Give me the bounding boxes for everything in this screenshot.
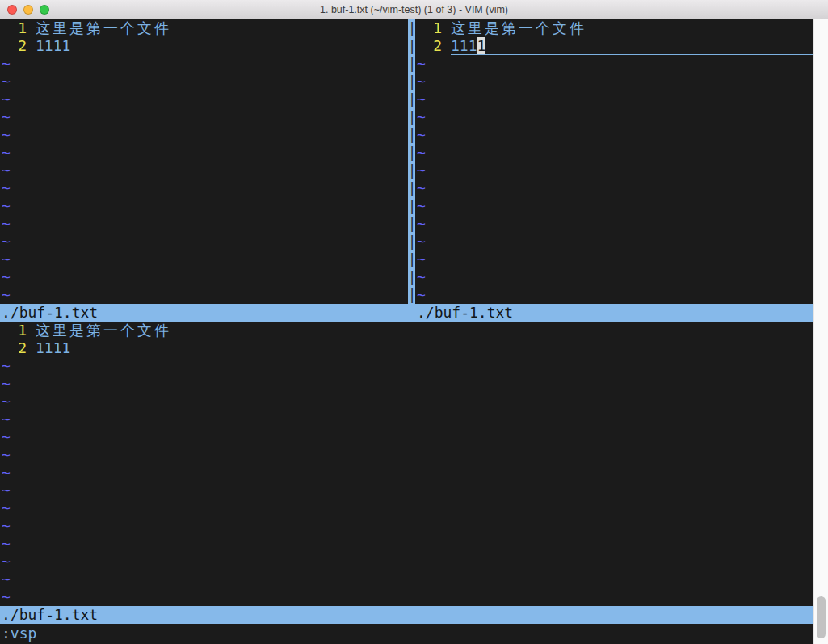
empty-line: ~: [0, 410, 813, 428]
scrollbar-track[interactable]: [813, 19, 828, 644]
tilde-marker: ~: [0, 179, 11, 197]
tilde-marker: ~: [415, 90, 426, 108]
buffer-line: 21111: [0, 37, 408, 55]
command-prompt: :: [2, 625, 11, 642]
tilde-marker: ~: [415, 108, 426, 126]
empty-line: ~: [0, 464, 813, 482]
statusline-bottom[interactable]: ./buf-1.txt: [0, 606, 813, 624]
empty-line: ~: [0, 197, 408, 215]
tilde-marker: ~: [0, 73, 11, 90]
empty-line: ~: [0, 446, 813, 464]
separator-cell: |: [408, 108, 415, 126]
empty-line: ~: [415, 286, 813, 304]
empty-line: ~: [0, 215, 408, 233]
tilde-marker: ~: [0, 126, 11, 144]
macvim-window: 1. buf-1.txt (~/vim-test) (1 of 3) - VIM…: [0, 0, 828, 644]
line-number: 2: [415, 37, 442, 55]
tilde-marker: ~: [415, 233, 426, 250]
command-text: vsp: [11, 625, 37, 642]
separator-cell: |: [408, 73, 415, 90]
tilde-marker: ~: [415, 73, 426, 90]
buffer-line: 21111: [415, 37, 813, 55]
line-text: 这里是第一个文件: [451, 19, 813, 37]
buffer-line: 1这里是第一个文件: [0, 19, 408, 37]
empty-line: ~: [0, 393, 813, 410]
empty-line: ~: [0, 499, 813, 517]
separator-cell: |: [408, 286, 415, 304]
line-number: 1: [415, 19, 442, 37]
bottom-window[interactable]: 1这里是第一个文件21111~~~~~~~~~~~~~~: [0, 322, 813, 606]
empty-line: ~: [415, 233, 813, 250]
statusline-bottom-label: ./buf-1.txt: [2, 606, 98, 624]
empty-line: ~: [0, 179, 408, 197]
tilde-marker: ~: [0, 517, 11, 535]
tilde-marker: ~: [0, 499, 11, 517]
tilde-marker: ~: [0, 446, 11, 464]
window-titlebar[interactable]: 1. buf-1.txt (~/vim-test) (1 of 3) - VIM…: [0, 0, 828, 19]
tilde-marker: ~: [415, 215, 426, 233]
empty-line: ~: [415, 162, 813, 179]
empty-line: ~: [415, 179, 813, 197]
tilde-marker: ~: [0, 375, 11, 393]
command-line[interactable]: :vsp: [0, 624, 813, 644]
empty-line: ~: [0, 357, 813, 375]
separator-cell: |: [408, 19, 415, 37]
tilde-marker: ~: [415, 144, 426, 162]
traffic-light-minimize[interactable]: [23, 5, 33, 15]
empty-line: ~: [0, 286, 408, 304]
statusline-top[interactable]: ./buf-1.txt ./buf-1.txt: [0, 304, 813, 322]
empty-line: ~: [0, 144, 408, 162]
traffic-light-zoom[interactable]: [40, 5, 49, 15]
empty-line: ~: [0, 268, 408, 286]
buffer-line: 21111: [0, 339, 813, 357]
empty-line: ~: [0, 162, 408, 179]
empty-line: ~: [0, 108, 408, 126]
traffic-light-close[interactable]: [7, 5, 17, 15]
empty-line: ~: [415, 90, 813, 108]
separator-cell: |: [408, 233, 415, 250]
statusline-top-right-label: ./buf-1.txt: [417, 304, 513, 322]
empty-line: ~: [415, 73, 813, 90]
empty-line: ~: [415, 197, 813, 215]
line-text: 这里是第一个文件: [36, 322, 813, 339]
tilde-marker: ~: [415, 268, 426, 286]
top-left-window[interactable]: 1这里是第一个文件21111~~~~~~~~~~~~~~: [0, 19, 408, 304]
tilde-marker: ~: [415, 250, 426, 268]
tilde-marker: ~: [0, 233, 11, 250]
empty-line: ~: [415, 126, 813, 144]
line-text: 1111: [451, 37, 813, 55]
empty-line: ~: [0, 55, 408, 73]
buffer-line: 1这里是第一个文件: [415, 19, 813, 37]
tilde-marker: ~: [0, 268, 11, 286]
tilde-marker: ~: [415, 197, 426, 215]
empty-line: ~: [0, 570, 813, 588]
line-number: 2: [0, 37, 27, 55]
separator-cell: |: [408, 55, 415, 73]
tilde-marker: ~: [0, 90, 11, 108]
empty-line: ~: [0, 90, 408, 108]
top-right-window[interactable]: 1这里是第一个文件21111~~~~~~~~~~~~~~: [415, 19, 813, 304]
empty-line: ~: [0, 535, 813, 553]
empty-line: ~: [415, 250, 813, 268]
tilde-marker: ~: [0, 588, 11, 606]
empty-line: ~: [415, 268, 813, 286]
separator-cell: |: [408, 197, 415, 215]
separator-cell: |: [408, 162, 415, 179]
tilde-marker: ~: [415, 179, 426, 197]
separator-cell: |: [408, 126, 415, 144]
tilde-marker: ~: [0, 286, 11, 304]
tilde-marker: ~: [0, 108, 11, 126]
tilde-marker: ~: [0, 570, 11, 588]
line-number: 2: [0, 339, 27, 357]
tilde-marker: ~: [415, 55, 426, 73]
tilde-marker: ~: [0, 535, 11, 553]
vertical-separator[interactable]: ||||||||||||||||: [408, 19, 415, 304]
tilde-marker: ~: [0, 357, 11, 375]
tilde-marker: ~: [0, 553, 11, 570]
empty-line: ~: [0, 588, 813, 606]
tilde-marker: ~: [0, 464, 11, 482]
empty-line: ~: [415, 55, 813, 73]
cursor-block: 1: [477, 37, 486, 54]
empty-line: ~: [0, 126, 408, 144]
scrollbar-thumb[interactable]: [817, 596, 826, 638]
